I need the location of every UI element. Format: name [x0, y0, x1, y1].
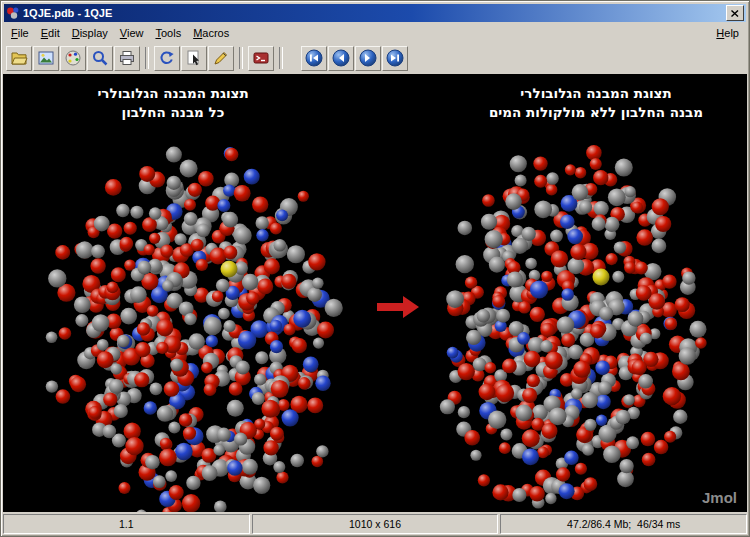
caption-left-line2: כל מבנה החלבון [97, 103, 248, 122]
rotate-button[interactable] [154, 46, 180, 71]
status-right: 47.2/86.4 Mb; 46/34 ms [500, 514, 747, 534]
select-button[interactable] [181, 46, 207, 71]
menu-view[interactable]: View [114, 26, 150, 40]
caption-right-line1: תצוגת המבנה הגלובולרי [489, 84, 703, 103]
go-previous-button[interactable] [328, 46, 354, 71]
caption-right-line2: מבנה החלבון ללא מולקולות המים [489, 103, 703, 122]
molecule-protein-no-water[interactable] [440, 145, 707, 512]
transition-arrow [377, 296, 419, 318]
toolbar-separator [239, 47, 243, 69]
molecule-viewport [3, 74, 747, 512]
go-previous-icon [332, 49, 350, 67]
menu-tools[interactable]: Tools [149, 26, 187, 40]
color-palette-button[interactable] [60, 46, 86, 71]
magnifier-icon [91, 49, 109, 67]
menu-macros[interactable]: Macros [187, 26, 235, 40]
open-folder-icon [10, 49, 28, 67]
caption-left: תצוגת המבנה הגלובולרי כל מבנה החלבון [97, 84, 248, 122]
menu-help[interactable]: Help [710, 26, 745, 40]
close-button[interactable] [726, 5, 744, 21]
close-icon [731, 10, 739, 17]
status-left: 1.1 [3, 514, 250, 534]
toolbar-separator [145, 47, 149, 69]
open-button[interactable] [6, 46, 32, 71]
menu-file[interactable]: File [5, 26, 35, 40]
caption-left-line1: תצוגת המבנה הגלובולרי [97, 84, 248, 103]
jmol-app-icon [6, 6, 20, 20]
go-last-icon [386, 49, 404, 67]
menu-bar: File Edit Display View Tools Macros Help [3, 23, 747, 42]
zoom-button[interactable] [87, 46, 113, 71]
status-bar: 1.1 1010 x 616 47.2/86.4 Mb; 46/34 ms [3, 514, 747, 534]
export-image-icon [37, 49, 55, 67]
rotate-icon [158, 49, 176, 67]
go-next-button[interactable] [355, 46, 381, 71]
title-bar[interactable]: 1QJE.pdb - 1QJE [4, 4, 746, 22]
jmol-watermark: Jmol [702, 489, 737, 506]
render-canvas[interactable]: תצוגת המבנה הגלובולרי כל מבנה החלבון תצו… [3, 74, 747, 512]
go-next-icon [359, 49, 377, 67]
menu-edit[interactable]: Edit [35, 26, 66, 40]
console-icon [252, 49, 270, 67]
molecule-full-protein[interactable] [46, 147, 343, 512]
jmol-window: 1QJE.pdb - 1QJE File Edit Display View T… [0, 0, 750, 537]
pencil-measure-icon [212, 49, 230, 67]
caption-right: תצוגת המבנה הגלובולרי מבנה החלבון ללא מו… [489, 84, 703, 122]
menu-display[interactable]: Display [66, 26, 114, 40]
measure-button[interactable] [208, 46, 234, 71]
go-first-icon [305, 49, 323, 67]
window-title: 1QJE.pdb - 1QJE [23, 7, 723, 19]
go-last-button[interactable] [382, 46, 408, 71]
export-image-button[interactable] [33, 46, 59, 71]
select-pointer-icon [185, 49, 203, 67]
toolbar-separator [279, 47, 283, 69]
go-first-button[interactable] [301, 46, 327, 71]
status-middle: 1010 x 616 [252, 514, 499, 534]
console-button[interactable] [248, 46, 274, 71]
print-button[interactable] [114, 46, 140, 71]
printer-icon [118, 49, 136, 67]
toolbar [3, 42, 747, 74]
color-palette-icon [64, 49, 82, 67]
